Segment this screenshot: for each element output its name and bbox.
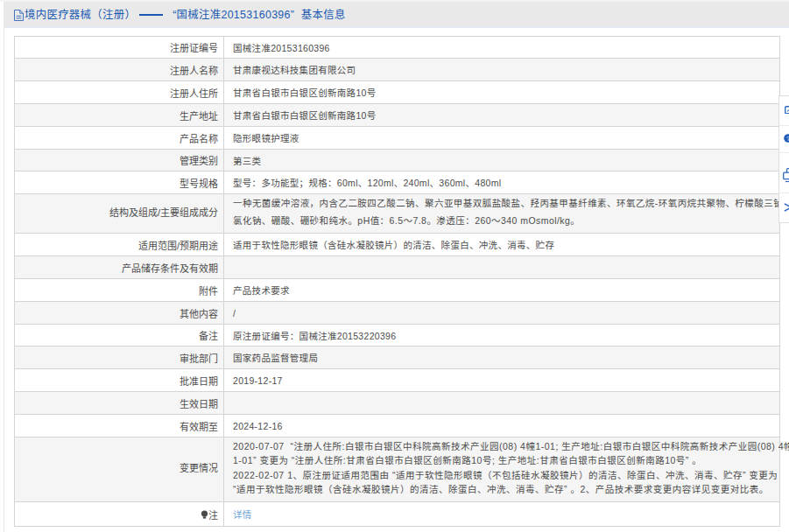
svg-text:?: ? xyxy=(785,135,789,143)
